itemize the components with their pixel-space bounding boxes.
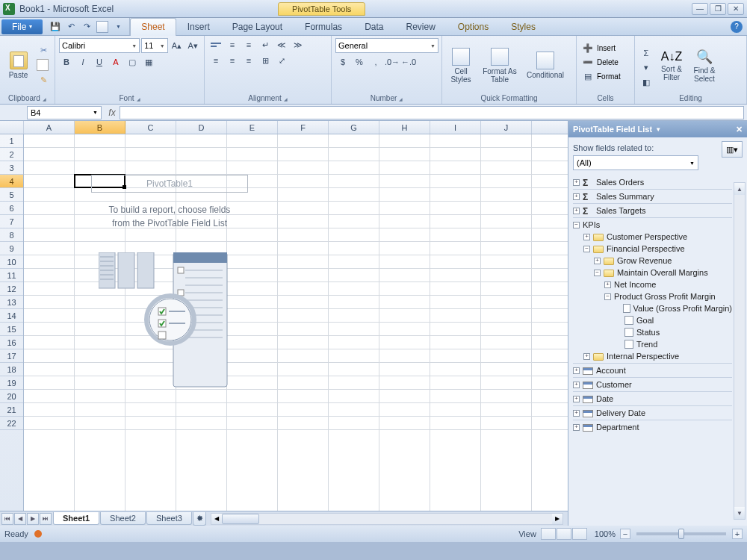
sheet-tab-2[interactable]: Sheet2 [100,512,146,525]
tree-maintain-margins[interactable]: −Maintain Overall Margins [573,267,732,279]
underline-button[interactable]: U [92,55,107,69]
row-header-5[interactable]: 5 [0,188,23,202]
row-header-22[interactable]: 22 [0,417,23,430]
row-header-6[interactable]: 6 [0,202,23,215]
panel-layout-button[interactable]: ▥▾ [722,141,743,158]
merge-cells-icon[interactable]: ⊞ [258,54,273,67]
undo-icon[interactable]: ↶ [64,20,78,34]
col-header-h[interactable]: H [379,121,430,134]
format-cells-button[interactable]: ▤Format [580,69,630,83]
horizontal-scrollbar[interactable]: ◀ ▶ [211,513,563,525]
tree-pgpm[interactable]: −Product Gross Profit Margin [573,290,732,302]
fill-color-button[interactable]: ▢ [125,55,140,69]
formula-input[interactable] [120,106,744,119]
percent-icon[interactable]: % [352,55,367,69]
scroll-up-icon[interactable]: ▲ [734,183,745,195]
cells[interactable]: PivotTable1 To build a report, choose fi… [24,134,568,511]
row-header-7[interactable]: 7 [0,215,23,228]
panel-scrollbar[interactable]: ▲ ▼ [734,182,746,520]
col-header-b[interactable]: B [75,121,125,134]
group-label-alignment[interactable]: Alignment [208,93,327,104]
tab-styles[interactable]: Styles [500,18,547,36]
row-header-15[interactable]: 15 [0,323,23,336]
qat-customize-icon[interactable]: ▼ [111,20,125,34]
tree-value[interactable]: Value (Gross Profit Margin) [573,302,732,314]
currency-icon[interactable]: $ [335,55,350,69]
paste-button[interactable]: Paste [4,38,33,93]
increase-decimal-icon[interactable]: .0→ [385,55,400,69]
view-page-break-icon[interactable] [572,528,587,540]
row-header-3[interactable]: 3 [0,161,23,175]
tab-data[interactable]: Data [353,18,394,36]
zoom-slider[interactable] [636,532,726,535]
align-middle-icon[interactable]: ≡ [225,38,240,52]
align-top-icon[interactable] [208,38,223,52]
tree-net-income[interactable]: +Net Income [573,279,732,290]
align-bottom-icon[interactable]: ≡ [241,38,256,52]
group-label-number[interactable]: Number [335,93,438,104]
col-header-c[interactable]: C [125,121,176,134]
tree-department[interactable]: +Department [573,421,732,433]
col-header-a[interactable]: A [24,121,75,134]
select-all-button[interactable] [0,121,24,134]
italic-button[interactable]: I [75,55,90,69]
save-icon[interactable]: 💾 [49,20,62,34]
tree-financial-perspective[interactable]: −Financial Perspective [573,243,732,255]
tree-account[interactable]: +Account [573,364,732,378]
tree-customer-perspective[interactable]: +Customer Perspective [573,231,732,243]
row-header-13[interactable]: 13 [0,296,23,309]
row-header-10[interactable]: 10 [0,255,23,269]
row-header-16[interactable]: 16 [0,336,23,349]
cut-icon[interactable]: ✂ [36,44,51,57]
indent-decrease-icon[interactable]: ≪ [274,38,289,52]
format-as-table-button[interactable]: Format As Table [479,38,521,93]
align-center-icon[interactable]: ≡ [225,54,240,67]
autosum-icon[interactable]: Σ [639,46,654,60]
view-page-layout-icon[interactable] [557,528,571,540]
macro-record-icon[interactable] [34,530,42,538]
row-header-18[interactable]: 18 [0,363,23,376]
tab-first-icon[interactable]: ⏮ [1,513,13,525]
row-header-14[interactable]: 14 [0,309,23,323]
orientation-icon[interactable]: ⤢ [274,54,289,67]
fx-icon[interactable]: fx [105,108,120,118]
format-painter-icon[interactable]: ✎ [36,74,51,87]
scroll-down-icon[interactable]: ▼ [734,507,745,519]
tab-next-icon[interactable]: ▶ [27,513,39,525]
group-label-font[interactable]: Font [59,93,200,104]
sort-filter-button[interactable]: A↓ZSort & Filter [657,38,686,93]
tab-sheet[interactable]: Sheet [130,18,176,36]
bold-button[interactable]: B [59,55,74,69]
row-header-1[interactable]: 1 [0,134,23,148]
row-header-4[interactable]: 4 [0,175,23,188]
name-box[interactable]: B4▼ [27,106,102,119]
sheet-tab-3[interactable]: Sheet3 [146,512,192,525]
find-select-button[interactable]: 🔍Find & Select [689,38,719,93]
tree-trend[interactable]: Trend [573,338,732,350]
col-header-e[interactable]: E [227,121,278,134]
tab-review[interactable]: Review [394,18,446,36]
tree-grow-revenue[interactable]: +Grow Revenue [573,255,732,267]
file-menu[interactable]: File [1,19,43,34]
print-icon[interactable] [96,20,109,34]
restore-button[interactable]: ❐ [710,3,726,15]
field-filter-combo[interactable]: (All)▼ [573,155,698,170]
row-header-17[interactable]: 17 [0,349,23,363]
sheet-tab-1[interactable]: Sheet1 [53,512,99,525]
tab-prev-icon[interactable]: ◀ [14,513,26,525]
minimize-button[interactable]: — [692,3,708,15]
zoom-in-button[interactable]: + [732,529,743,539]
align-left-icon[interactable]: ≡ [208,54,223,67]
redo-icon[interactable]: ↷ [80,20,93,34]
tree-internal-perspective[interactable]: +Internal Perspective [573,350,732,364]
new-sheet-icon[interactable]: ✸ [193,512,206,526]
tree-goal[interactable]: Goal [573,314,732,326]
tab-insert[interactable]: Insert [176,18,221,36]
panel-menu-icon[interactable]: ▼ [655,126,661,133]
font-size-combo[interactable]: 11▼ [141,38,168,53]
zoom-out-button[interactable]: − [620,529,630,539]
col-header-i[interactable]: I [430,121,481,134]
tree-delivery-date[interactable]: +Delivery Date [573,407,732,420]
tree-kpis[interactable]: −KPIs [573,219,732,231]
font-name-combo[interactable]: Calibri▼ [59,38,140,53]
